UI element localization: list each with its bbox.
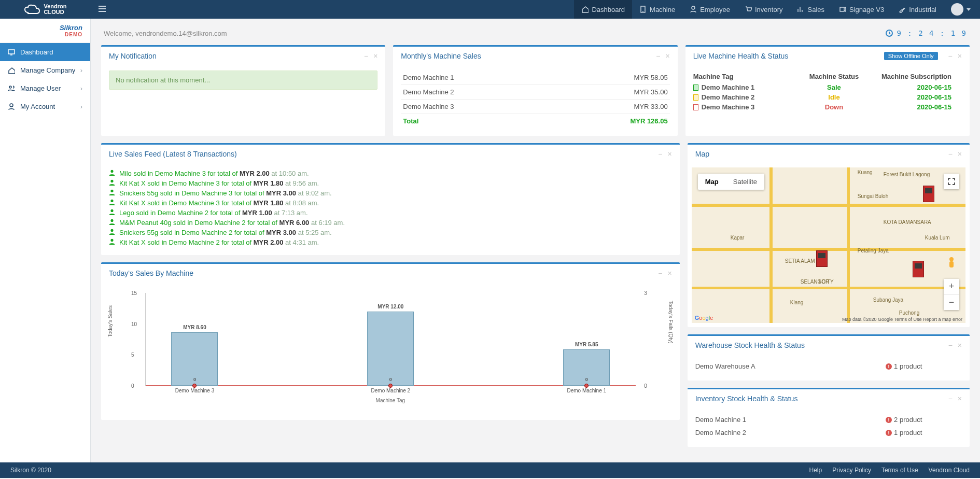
panel-todays-sales: Today's Sales By Machine −× Today's Sale… xyxy=(101,262,680,420)
map-zoom-out[interactable]: − xyxy=(944,294,959,310)
nav-industrial[interactable]: Industrial xyxy=(891,0,944,19)
nav-sales[interactable]: Sales xyxy=(790,0,832,19)
sidebar-item-dashboard[interactable]: Dashboard xyxy=(0,43,90,61)
chart-bar: MYR 5.850Demo Machine 1 xyxy=(563,349,610,386)
topbar: VendronCLOUD DashboardMachineEmployeeInv… xyxy=(0,0,980,19)
column-header: Machine Subscription xyxy=(873,73,962,80)
health-row[interactable]: Demo Machine 3Down2020-06-15 xyxy=(693,102,962,112)
caret-down-icon xyxy=(967,8,971,11)
monthly-sales-table: Demo Machine 1MYR 58.05Demo Machine 2MYR… xyxy=(401,71,669,128)
fail-value-label: 0 xyxy=(389,377,392,382)
feed-text: M&M Peanut 40g sold in Demo Machine 2 fo… xyxy=(119,219,345,227)
svg-text:!: ! xyxy=(888,430,890,435)
panel-title: My Notification xyxy=(109,52,157,60)
collapse-icon[interactable]: − xyxy=(948,150,953,158)
nav-label: Machine xyxy=(650,6,675,13)
stock-row[interactable]: Demo Warehouse A!1 product xyxy=(695,360,962,373)
stock-row[interactable]: Demo Machine 2!1 product xyxy=(695,426,962,439)
stock-row[interactable]: Demo Machine 1!2 product xyxy=(695,413,962,426)
feed-item: Milo sold in Demo Machine 3 for total of… xyxy=(109,168,672,178)
person-icon xyxy=(109,238,115,246)
collapse-icon[interactable]: − xyxy=(656,52,660,60)
map-attribution[interactable]: Map data ©2020 Google Terms of Use Repor… xyxy=(842,317,962,322)
machine-amount: MYR 33.00 xyxy=(554,100,670,114)
nav-machine[interactable]: Machine xyxy=(632,0,682,19)
map-place-label: KOTA DAMANSARA xyxy=(884,219,931,225)
close-icon[interactable]: × xyxy=(958,341,962,349)
user-icon xyxy=(8,103,16,110)
menu-toggle-button[interactable] xyxy=(91,6,114,13)
map-place-label: Klang xyxy=(790,300,804,305)
map-canvas[interactable]: Petaling JayaKlangSubang JayaPuchongSung… xyxy=(692,167,965,323)
nav-signage-v3[interactable]: Signage V3 xyxy=(832,0,891,19)
close-icon[interactable]: × xyxy=(958,150,962,158)
close-icon[interactable]: × xyxy=(665,52,669,60)
footer-link-vendron-cloud[interactable]: Vendron Cloud xyxy=(929,467,970,474)
brand-logo[interactable]: VendronCLOUD xyxy=(0,4,91,15)
sidebar-item-label: My Account xyxy=(20,103,55,110)
map-zoom-in[interactable]: + xyxy=(944,279,959,294)
machine-status: Sale xyxy=(795,83,873,91)
close-icon[interactable]: × xyxy=(958,52,962,60)
clock-time: 9 : 2 4 : 1 9 xyxy=(897,29,967,37)
column-header: Machine Status xyxy=(795,73,873,80)
health-header: Machine TagMachine StatusMachine Subscri… xyxy=(693,71,962,82)
total-amount: MYR 126.05 xyxy=(554,114,670,129)
map-place-label: Kuala Lum xyxy=(925,235,950,241)
map-type-satellite[interactable]: Satellite xyxy=(726,174,764,190)
close-icon[interactable]: × xyxy=(668,150,672,158)
map-place-label: Kapar xyxy=(731,235,745,241)
map-pegman[interactable] xyxy=(944,256,959,271)
footer-link-privacy-policy[interactable]: Privacy Policy xyxy=(832,467,871,474)
collapse-icon[interactable]: − xyxy=(948,395,953,403)
nav-label: Dashboard xyxy=(592,6,625,13)
map-marker[interactable] xyxy=(816,250,828,267)
chevron-right-icon: › xyxy=(80,103,82,110)
map-place-label: Forest Bukit Lagong xyxy=(884,172,930,177)
user-icon xyxy=(690,6,697,13)
machine-subscription: 2020-06-15 xyxy=(873,103,962,111)
stock-alert-text: 1 product xyxy=(894,362,922,370)
total-label: Total xyxy=(401,114,554,129)
health-row[interactable]: Demo Machine 1Sale2020-06-15 xyxy=(693,82,962,92)
table-row: Demo Machine 3MYR 33.00 xyxy=(401,100,669,114)
collapse-icon[interactable]: − xyxy=(658,150,662,158)
footer-link-help[interactable]: Help xyxy=(809,467,822,474)
nav-employee[interactable]: Employee xyxy=(682,0,737,19)
show-offline-button[interactable]: Show Offline Only xyxy=(884,52,938,60)
footer-link-terms-of-use[interactable]: Terms of Use xyxy=(881,467,918,474)
feed-text: Kit Kat X sold in Demo Machine 3 for tot… xyxy=(119,199,319,207)
map-type-map[interactable]: Map xyxy=(698,174,726,190)
sidebar-item-manage-company[interactable]: Manage Company› xyxy=(0,61,90,79)
map-marker[interactable] xyxy=(923,186,934,202)
nav-dashboard[interactable]: Dashboard xyxy=(574,0,632,19)
clock-icon xyxy=(885,29,893,37)
chart-y2-label: Today's Fails (Qty) xyxy=(668,301,674,343)
sidebar: Silkron DEMO DashboardManage Company›Man… xyxy=(0,19,91,462)
map-marker[interactable] xyxy=(913,261,924,277)
collapse-icon[interactable]: − xyxy=(658,269,662,277)
person-icon xyxy=(109,229,115,236)
feed-item: M&M Peanut 40g sold in Demo Machine 2 fo… xyxy=(109,218,672,228)
chart-x-label: Machine Tag xyxy=(130,398,651,403)
nav-inventory[interactable]: Inventory xyxy=(737,0,790,19)
feed-text: Lego sold in Demo Machine 2 for total of… xyxy=(119,209,308,217)
feed-item: Snickers 55g sold in Demo Machine 2 for … xyxy=(109,228,672,237)
svg-text:!: ! xyxy=(888,364,890,369)
users-icon xyxy=(8,85,16,92)
collapse-icon[interactable]: − xyxy=(948,341,953,349)
sidebar-item-my-account[interactable]: My Account› xyxy=(0,97,90,116)
feed-text: Kit Kat X sold in Demo Machine 3 for tot… xyxy=(119,179,319,187)
person-icon xyxy=(109,209,115,217)
close-icon[interactable]: × xyxy=(373,52,377,60)
machine-name: Demo Machine 2 xyxy=(702,93,755,101)
sidebar-item-manage-user[interactable]: Manage User› xyxy=(0,79,90,97)
map-fullscreen-button[interactable] xyxy=(944,174,959,189)
close-icon[interactable]: × xyxy=(958,395,962,403)
close-icon[interactable]: × xyxy=(668,269,672,277)
x-tick-label: Demo Machine 3 xyxy=(175,388,215,393)
health-row[interactable]: Demo Machine 2Idle2020-06-15 xyxy=(693,92,962,102)
collapse-icon[interactable]: − xyxy=(948,52,953,60)
user-menu[interactable] xyxy=(944,0,980,19)
collapse-icon[interactable]: − xyxy=(364,52,368,60)
